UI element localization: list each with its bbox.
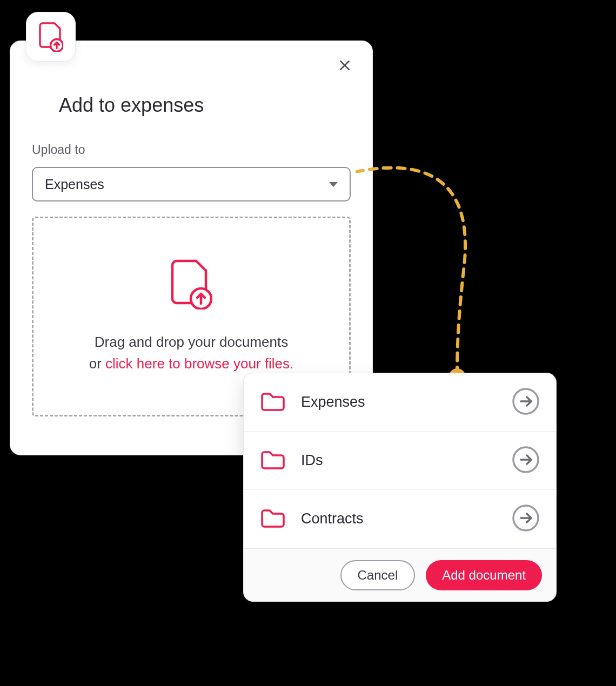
destination-select[interactable]: Expenses <box>32 167 351 201</box>
dropzone-instruction-line1: Drag and drop your documents <box>95 331 288 353</box>
file-upload-icon <box>38 22 63 52</box>
close-button[interactable] <box>333 54 356 77</box>
dropzone-prefix: or <box>89 355 105 372</box>
add-document-button[interactable]: Add document <box>426 560 542 590</box>
navigate-arrow-icon[interactable] <box>512 387 540 418</box>
folder-label: Expenses <box>301 394 512 411</box>
folder-row[interactable]: Expenses <box>244 373 556 432</box>
folder-row[interactable]: Contracts <box>244 490 556 548</box>
dropzone-instruction-line2: or click here to browse your files. <box>89 353 294 374</box>
folder-icon <box>260 391 286 414</box>
browse-files-link[interactable]: click here to browse your files. <box>105 355 293 372</box>
folder-icon <box>260 507 286 531</box>
folder-label: IDs <box>301 452 512 469</box>
cancel-button[interactable]: Cancel <box>340 560 416 590</box>
folder-icon <box>260 449 286 473</box>
navigate-arrow-icon[interactable] <box>512 504 540 534</box>
upload-file-icon <box>170 259 212 312</box>
popup-footer: Cancel Add document <box>244 548 556 601</box>
navigate-arrow-icon[interactable] <box>512 446 540 476</box>
close-icon <box>338 58 352 72</box>
folder-label: Contracts <box>301 510 512 527</box>
dialog-icon-badge <box>26 12 76 62</box>
folder-picker-popup: Expenses IDs <box>243 373 557 602</box>
folder-row[interactable]: IDs <box>244 432 556 490</box>
upload-to-label: Upload to <box>32 143 351 157</box>
dialog-title: Add to expenses <box>59 94 351 117</box>
connector-line <box>356 162 572 389</box>
chevron-down-icon <box>329 182 338 187</box>
select-value: Expenses <box>45 177 104 192</box>
